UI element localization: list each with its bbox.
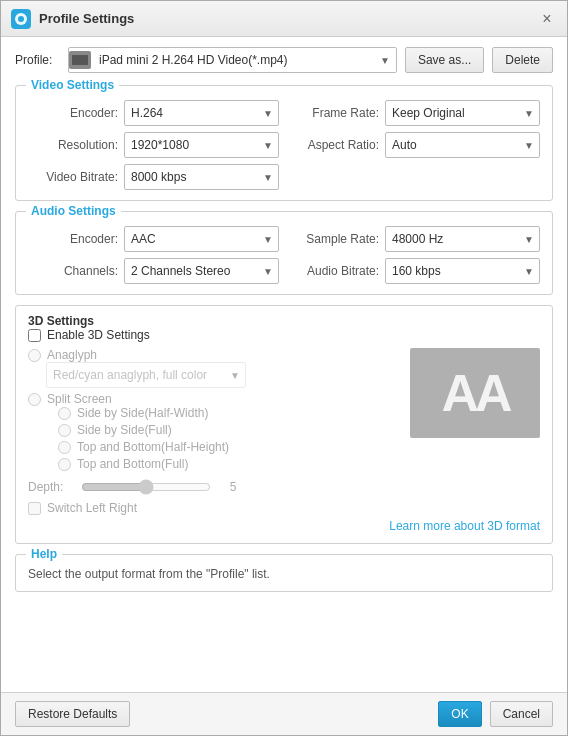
restore-defaults-button[interactable]: Restore Defaults — [15, 701, 130, 727]
video-settings-title: Video Settings — [26, 78, 119, 92]
switch-lr-label[interactable]: Switch Left Right — [47, 501, 137, 515]
top-bottom-full-label: Top and Bottom(Full) — [77, 457, 188, 471]
profile-label: Profile: — [15, 53, 60, 67]
switch-lr-checkbox[interactable] — [28, 502, 41, 515]
help-section: Help Select the output format from the "… — [15, 554, 553, 592]
split-half-width-radio[interactable] — [58, 407, 71, 420]
frame-rate-select[interactable]: Keep Original — [385, 100, 540, 126]
split-full-label: Side by Side(Full) — [77, 423, 172, 437]
video-bitrate-select[interactable]: 8000 kbps — [124, 164, 279, 190]
video-bitrate-label: Video Bitrate: — [28, 170, 118, 184]
resolution-label: Resolution: — [28, 138, 118, 152]
anaglyph-radio-row: Anaglyph — [28, 348, 400, 362]
anaglyph-label[interactable]: Anaglyph — [47, 348, 97, 362]
3d-settings-title: 3D Settings — [28, 314, 94, 328]
sample-rate-select[interactable]: 48000 Hz — [385, 226, 540, 252]
channels-select-wrapper: 2 Channels Stereo ▼ — [124, 258, 279, 284]
help-title: Help — [26, 547, 62, 561]
encoder-select-wrapper: H.264 ▼ — [124, 100, 279, 126]
resolution-setting: Resolution: 1920*1080 ▼ — [28, 132, 279, 158]
audio-right-col: Sample Rate: 48000 Hz ▼ Audio Bitrate: — [289, 226, 540, 284]
audio-encoder-select-wrapper: AAC ▼ — [124, 226, 279, 252]
channels-select[interactable]: 2 Channels Stereo — [124, 258, 279, 284]
split-option-2: Side by Side(Full) — [58, 423, 400, 437]
channels-setting: Channels: 2 Channels Stereo ▼ — [28, 258, 279, 284]
enable-3d-checkbox[interactable] — [28, 329, 41, 342]
frame-rate-col: Frame Rate: Keep Original ▼ Aspect Ratio… — [289, 100, 540, 190]
depth-value: 5 — [219, 480, 247, 494]
split-screen-radio-row: Split Screen — [28, 392, 400, 406]
split-option-4: Top and Bottom(Full) — [58, 457, 400, 471]
aspect-ratio-select-wrapper: Auto ▼ — [385, 132, 540, 158]
frame-rate-setting: Frame Rate: Keep Original ▼ — [289, 100, 540, 126]
dialog-footer: Restore Defaults OK Cancel — [1, 692, 567, 735]
preview-text: AA — [441, 363, 508, 423]
video-settings-grid: Encoder: H.264 ▼ Resolution: 1920*10 — [28, 100, 540, 190]
sample-rate-setting: Sample Rate: 48000 Hz ▼ — [289, 226, 540, 252]
anaglyph-radio[interactable] — [28, 349, 41, 362]
dialog-title: Profile Settings — [39, 11, 537, 26]
encoder-row: Encoder: H.264 ▼ Resolution: 1920*10 — [28, 100, 279, 190]
video-bitrate-setting: Video Bitrate: 8000 kbps ▼ — [28, 164, 279, 190]
frame-rate-select-wrapper: Keep Original ▼ — [385, 100, 540, 126]
3d-settings-section: 3D Settings Enable 3D Settings Anaglyph — [15, 305, 553, 544]
learn-more-link[interactable]: Learn more about 3D format — [389, 519, 540, 533]
audio-bitrate-select[interactable]: 160 kbps — [385, 258, 540, 284]
audio-settings-grid: Encoder: AAC ▼ Channels: 2 Channels — [28, 226, 540, 284]
top-bottom-half-radio[interactable] — [58, 441, 71, 454]
split-half-width-label: Side by Side(Half-Width) — [77, 406, 208, 420]
split-option-1: Side by Side(Half-Width) — [58, 406, 400, 420]
footer-left: Restore Defaults — [15, 701, 438, 727]
help-text: Select the output format from the "Profi… — [28, 567, 540, 581]
audio-settings-title: Audio Settings — [26, 204, 121, 218]
aspect-ratio-label: Aspect Ratio: — [289, 138, 379, 152]
3d-body: Anaglyph Red/cyan anaglyph, full color ▼ — [28, 348, 540, 471]
split-screen-label[interactable]: Split Screen — [47, 392, 112, 406]
svg-point-1 — [18, 16, 24, 22]
split-full-radio[interactable] — [58, 424, 71, 437]
anaglyph-type-select[interactable]: Red/cyan anaglyph, full color — [46, 362, 246, 388]
app-icon — [11, 9, 31, 29]
top-bottom-full-radio[interactable] — [58, 458, 71, 471]
aspect-ratio-setting: Aspect Ratio: Auto ▼ — [289, 132, 540, 158]
enable-3d-label[interactable]: Enable 3D Settings — [47, 328, 150, 342]
cancel-button[interactable]: Cancel — [490, 701, 553, 727]
profile-settings-dialog: Profile Settings × Profile: iPad mini 2 … — [0, 0, 568, 736]
resolution-select-wrapper: 1920*1080 ▼ — [124, 132, 279, 158]
profile-icon — [69, 51, 91, 69]
close-button[interactable]: × — [537, 9, 557, 29]
profile-select[interactable]: iPad mini 2 H.264 HD Video(*.mp4) — [95, 48, 396, 72]
audio-bitrate-select-wrapper: 160 kbps ▼ — [385, 258, 540, 284]
frame-rate-label: Frame Rate: — [289, 106, 379, 120]
delete-button[interactable]: Delete — [492, 47, 553, 73]
encoder-select[interactable]: H.264 — [124, 100, 279, 126]
split-option-3: Top and Bottom(Half-Height) — [58, 440, 400, 454]
audio-left-col: Encoder: AAC ▼ Channels: 2 Channels — [28, 226, 279, 284]
audio-encoder-setting: Encoder: AAC ▼ — [28, 226, 279, 252]
anaglyph-select-wrapper: Red/cyan anaglyph, full color ▼ — [46, 362, 400, 388]
depth-slider[interactable] — [81, 479, 211, 495]
profile-row: Profile: iPad mini 2 H.264 HD Video(*.mp… — [15, 47, 553, 73]
save-as-button[interactable]: Save as... — [405, 47, 484, 73]
switch-row: Switch Left Right — [28, 501, 540, 515]
audio-bitrate-label: Audio Bitrate: — [289, 264, 379, 278]
video-bitrate-select-wrapper: 8000 kbps ▼ — [124, 164, 279, 190]
footer-right: OK Cancel — [438, 701, 553, 727]
audio-encoder-select[interactable]: AAC — [124, 226, 279, 252]
split-screen-radio[interactable] — [28, 393, 41, 406]
3d-preview: AA — [410, 348, 540, 438]
learn-more-row: Learn more about 3D format — [28, 519, 540, 533]
top-bottom-half-label: Top and Bottom(Half-Height) — [77, 440, 229, 454]
resolution-select[interactable]: 1920*1080 — [124, 132, 279, 158]
ok-button[interactable]: OK — [438, 701, 481, 727]
title-bar: Profile Settings × — [1, 1, 567, 37]
dialog-content: Profile: iPad mini 2 H.264 HD Video(*.mp… — [1, 37, 567, 692]
sample-rate-label: Sample Rate: — [289, 232, 379, 246]
sample-rate-select-wrapper: 48000 Hz ▼ — [385, 226, 540, 252]
channels-label: Channels: — [28, 264, 118, 278]
encoder-setting: Encoder: H.264 ▼ — [28, 100, 279, 126]
aspect-ratio-select[interactable]: Auto — [385, 132, 540, 158]
enable-3d-row: Enable 3D Settings — [28, 328, 540, 342]
video-settings-section: Video Settings Encoder: H.264 ▼ — [15, 85, 553, 201]
3d-left-panel: Anaglyph Red/cyan anaglyph, full color ▼ — [28, 348, 400, 471]
